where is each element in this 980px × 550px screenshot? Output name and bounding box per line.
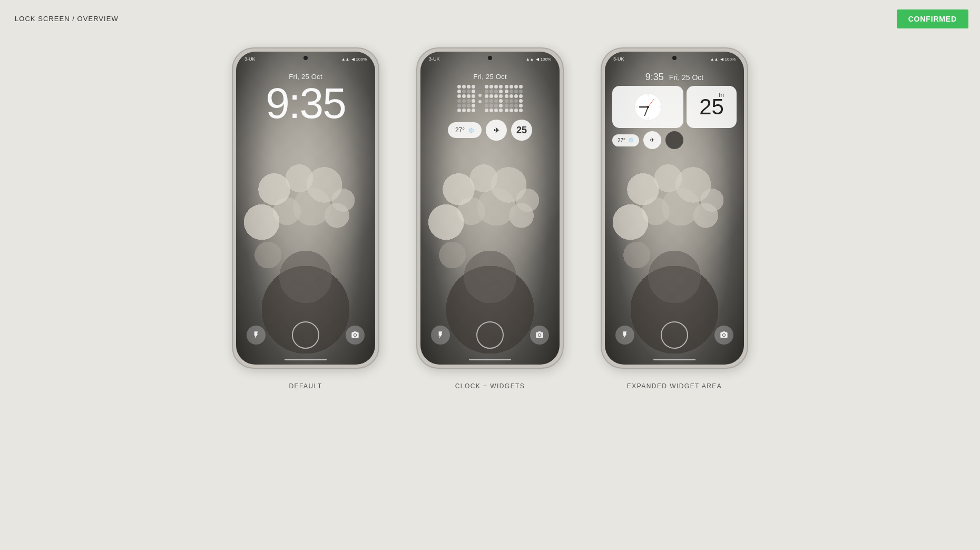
- camera-icon-clock: [535, 331, 544, 339]
- phone-expanded[interactable]: 3-UK ▲▲ ◀ 100% 9:35 Fri, 25 Oct: [601, 47, 748, 369]
- expanded-widget-row: 27° ❄️ ✈: [612, 131, 683, 149]
- svg-point-1: [538, 334, 541, 336]
- weather-icon-expanded: ❄️: [628, 138, 634, 143]
- phone-clock[interactable]: 3-UK ▲▲ ◀ 100% Fri, 25 Oct: [416, 47, 564, 369]
- weather-temp-clock: 27°: [455, 126, 465, 134]
- carrier-default: 3-UK: [244, 56, 256, 62]
- camera-icon-expanded: [720, 331, 728, 339]
- weather-widget-clock[interactable]: 27° ❄️: [448, 122, 482, 138]
- flashlight-icon-clock: [436, 331, 445, 339]
- weather-icon-clock: ❄️: [468, 127, 474, 133]
- weather-widget-expanded[interactable]: 27° ❄️: [612, 134, 639, 146]
- dot-digit-5: [505, 85, 523, 112]
- phone-expanded-wrapper: 3-UK ▲▲ ◀ 100% 9:35 Fri, 25 Oct: [601, 47, 748, 390]
- camera-btn-expanded[interactable]: [714, 326, 733, 345]
- flashlight-icon-expanded: [621, 331, 629, 339]
- signal-icon-expanded: ▲▲: [710, 57, 719, 62]
- date-num-clock: 25: [516, 125, 527, 136]
- calendar-widget[interactable]: fri 25: [687, 86, 737, 128]
- phone-default[interactable]: 3-UK ▲▲ ◀ 100% Fri, 25 Oct 9:35: [232, 47, 379, 369]
- airplane-widget-clock[interactable]: ✈: [486, 120, 507, 141]
- phones-container: 3-UK ▲▲ ◀ 100% Fri, 25 Oct 9:35: [0, 47, 980, 390]
- widgets-row-clock: 27° ❄️ ✈ 25: [448, 120, 532, 141]
- expanded-header: 9:35 Fri, 25 Oct: [605, 66, 744, 149]
- camera-btn-default[interactable]: [346, 326, 365, 345]
- expanded-date: Fri, 25 Oct: [669, 73, 703, 82]
- battery-expanded: 100%: [725, 57, 736, 62]
- camera-cutout-clock: [488, 56, 492, 60]
- home-btn-default[interactable]: [292, 321, 319, 349]
- wifi-icon-clock: ◀: [536, 57, 539, 62]
- phone-label-clock: CLOCK + WIDGETS: [455, 382, 525, 390]
- airplane-widget-expanded[interactable]: ✈: [643, 131, 661, 149]
- flashlight-btn-clock[interactable]: [431, 326, 450, 345]
- expanded-time: 9:35: [645, 72, 664, 83]
- page-title: LOCK SCREEN / OVERVIEW: [15, 15, 119, 23]
- battery-clock: 100%: [541, 57, 551, 62]
- status-icons-expanded: ▲▲ ◀ 100%: [710, 57, 736, 62]
- home-btn-expanded[interactable]: [661, 321, 688, 349]
- signal-icon-clock: ▲▲: [526, 57, 534, 62]
- dot-colon: [478, 94, 482, 103]
- airplane-icon-expanded: ✈: [650, 136, 655, 144]
- lock-time-default: 9:35: [266, 82, 346, 125]
- home-bar-expanded: [653, 359, 695, 360]
- weather-temp-expanded: 27°: [618, 138, 625, 143]
- status-bar-clock: 3-UK ▲▲ ◀ 100%: [420, 52, 560, 66]
- carrier-expanded: 3-UK: [613, 56, 624, 62]
- expanded-time-row: 9:35 Fri, 25 Oct: [637, 72, 712, 83]
- wifi-icon: ◀: [351, 57, 355, 62]
- status-bar-expanded: 3-UK ▲▲ ◀ 100%: [605, 52, 744, 66]
- camera-cutout-default: [303, 56, 308, 60]
- phone-default-wrapper: 3-UK ▲▲ ◀ 100% Fri, 25 Oct 9:35: [232, 47, 379, 390]
- flashlight-btn-expanded[interactable]: [615, 326, 634, 345]
- flashlight-btn-default[interactable]: [247, 326, 266, 345]
- lock-content-default: Fri, 25 Oct 9:35: [236, 66, 375, 125]
- date-widget-clock[interactable]: 25: [511, 120, 532, 141]
- phone-label-expanded: EXPANDED WIDGET AREA: [627, 382, 722, 390]
- status-icons-clock: ▲▲ ◀ 100%: [526, 57, 551, 62]
- lock-content-clock: Fri, 25 Oct: [420, 66, 560, 141]
- lock-date-clock: Fri, 25 Oct: [473, 73, 507, 81]
- svg-point-0: [354, 334, 356, 336]
- bottom-controls-default: [236, 321, 375, 349]
- cal-date-num: 25: [699, 94, 724, 119]
- svg-point-12: [723, 334, 725, 336]
- dot-clock: [457, 85, 523, 112]
- home-bar-clock: [469, 359, 511, 360]
- confirmed-button[interactable]: CONFIRMED: [897, 9, 968, 28]
- dot-digit-9: [457, 85, 475, 112]
- status-icons-default: ▲▲ ◀ 100%: [341, 57, 367, 62]
- wifi-icon-expanded: ◀: [720, 57, 723, 62]
- analog-clock-svg: [634, 93, 662, 121]
- expanded-widgets-grid: fri 25 27° ❄️: [605, 86, 744, 149]
- status-bar-default: 3-UK ▲▲ ◀ 100%: [236, 52, 375, 66]
- bottom-controls-clock: [420, 321, 560, 349]
- phone-clock-wrapper: 3-UK ▲▲ ◀ 100% Fri, 25 Oct: [416, 47, 564, 390]
- camera-icon-default: [351, 331, 359, 339]
- signal-icon: ▲▲: [341, 57, 350, 62]
- dot-digit-3: [485, 85, 503, 112]
- phone-label-default: DEFAULT: [289, 382, 322, 390]
- airplane-icon-clock: ✈: [494, 126, 499, 134]
- flashlight-icon-default: [252, 331, 260, 339]
- svg-point-11: [648, 106, 649, 107]
- home-btn-clock[interactable]: [476, 321, 504, 349]
- bottom-controls-expanded: [605, 321, 744, 349]
- carrier-clock: 3-UK: [429, 56, 440, 62]
- camera-btn-clock[interactable]: [530, 326, 549, 345]
- analog-clock-widget[interactable]: [612, 86, 683, 128]
- battery-default: 100%: [356, 57, 367, 62]
- dark-circle-widget[interactable]: [665, 131, 683, 149]
- home-bar-default: [285, 359, 327, 360]
- camera-cutout-expanded: [672, 56, 677, 60]
